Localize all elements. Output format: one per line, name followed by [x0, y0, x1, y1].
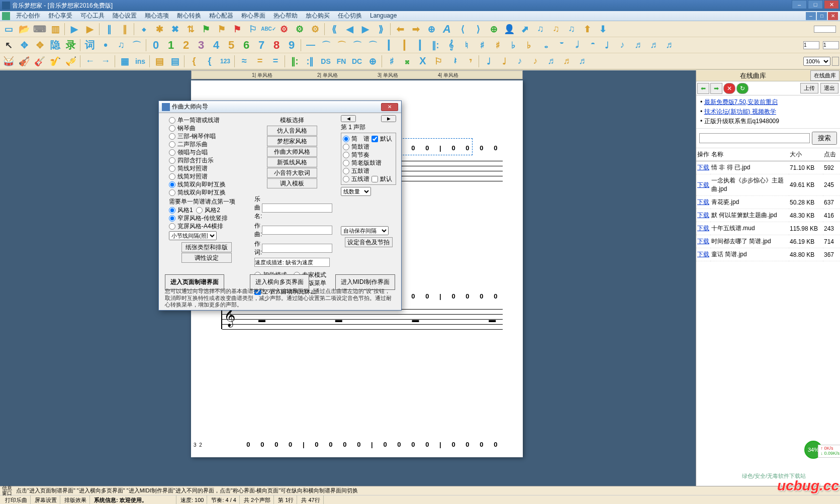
dash-icon[interactable]: —	[303, 38, 318, 52]
letter-a-icon[interactable]: A	[439, 22, 454, 36]
dc-icon[interactable]: DC	[349, 54, 364, 68]
wave-icon[interactable]: ≈	[237, 54, 252, 68]
timbre-button[interactable]: 设定音色及节拍	[345, 237, 393, 247]
voice-prev-button[interactable]: ◀	[341, 115, 356, 122]
wiz-icon[interactable]: ⚙	[276, 22, 292, 36]
menu-item[interactable]: Language	[366, 11, 401, 20]
64th-note-icon[interactable]: ♬	[662, 38, 677, 52]
repeat-l-icon[interactable]: ‖:	[287, 54, 302, 68]
whole-note-icon[interactable]: 𝅝	[537, 38, 552, 52]
open-icon[interactable]: 📂	[17, 22, 32, 36]
wiz3-icon[interactable]: ⚙	[308, 22, 323, 36]
menu-item[interactable]: 顺心选项	[141, 11, 173, 20]
template-button[interactable]: 梦想家风格	[267, 136, 317, 146]
bar-interval-select[interactable]: 小节线间隔(照旧)	[169, 231, 217, 240]
menu-item[interactable]: 精心配器	[205, 11, 237, 20]
tempo-input[interactable]	[254, 258, 330, 267]
stem1-icon[interactable]: ♩	[481, 54, 496, 68]
note2-icon[interactable]: ♫	[548, 22, 564, 36]
menu-item[interactable]: 任心切换	[334, 11, 366, 20]
lyric-icon[interactable]: 词	[82, 38, 98, 52]
repeat-start-icon[interactable]: ‖:	[428, 38, 443, 52]
tool3-icon[interactable]: ⇅	[183, 22, 198, 36]
fwd2-icon[interactable]: ➡	[408, 22, 423, 36]
stem4-icon[interactable]: ♪	[528, 54, 543, 68]
notation-type-radio[interactable]	[343, 144, 349, 150]
nav-stop-icon[interactable]: ✕	[723, 83, 735, 94]
score-type-radio[interactable]	[169, 149, 175, 156]
num-6-button[interactable]: 6	[239, 38, 254, 52]
tool2-icon[interactable]: ✖	[167, 22, 182, 36]
download-link[interactable]: 下载	[697, 212, 709, 219]
rp-link-2[interactable]: 技术论坛(新功能) 视频教学	[704, 108, 776, 115]
fwd-icon[interactable]: ▶	[358, 22, 373, 36]
tool5-icon[interactable]: ⬈	[517, 22, 532, 36]
back3-icon[interactable]: ←	[82, 54, 98, 68]
close-button[interactable]: ✕	[824, 0, 839, 9]
download-link[interactable]: 下载	[697, 251, 709, 258]
x-icon[interactable]: X	[415, 54, 430, 68]
clef-icon[interactable]: 𝄞	[443, 38, 458, 52]
num123-icon[interactable]: 123	[218, 54, 233, 68]
menu-item[interactable]: 热心帮助	[269, 11, 302, 20]
minimize-button[interactable]: –	[792, 0, 807, 9]
ins-icon[interactable]: ins	[133, 54, 148, 68]
cursor-play-icon[interactable]: ▶	[82, 22, 98, 36]
upload-icon[interactable]: ⬆	[580, 22, 595, 36]
nav-reload-icon[interactable]: ↻	[736, 83, 749, 94]
notation-type-radio[interactable]	[343, 168, 349, 174]
num-3-button[interactable]: 3	[194, 38, 209, 52]
menu-item[interactable]: 舒心享受	[44, 11, 76, 20]
trumpet-icon[interactable]: 🎺	[63, 54, 78, 68]
template-button[interactable]: 新弧线风格	[267, 157, 317, 167]
marker-icon[interactable]: ⬥	[136, 22, 151, 36]
play-icon[interactable]: ▶	[67, 22, 82, 36]
brace-icon[interactable]: {	[186, 54, 202, 68]
default-checkbox[interactable]	[371, 136, 378, 142]
notation-type-radio[interactable]	[343, 176, 349, 182]
ds-icon[interactable]: DS	[318, 54, 333, 68]
violin-icon[interactable]: 🎻	[17, 54, 32, 68]
line-count-select[interactable]: 线数量	[341, 187, 371, 196]
next-icon[interactable]: ⟫	[374, 22, 389, 36]
rest-icon[interactable]: 𝄽	[446, 54, 461, 68]
rest2-icon[interactable]: 𝄾	[462, 54, 477, 68]
sharp-icon[interactable]: ♯	[475, 38, 490, 52]
bar3-icon[interactable]: ┃	[412, 38, 427, 52]
rp-link-1[interactable]: 最新免费版7.50,安装前重启	[704, 98, 778, 106]
note1-icon[interactable]: ♫	[533, 22, 548, 36]
search-button[interactable]: 搜索	[812, 132, 837, 145]
menu-close-button[interactable]: ✕	[828, 12, 838, 20]
wide-radio[interactable]	[169, 223, 175, 230]
tool4-icon[interactable]: ⚐	[245, 22, 260, 36]
fn-icon[interactable]: FN	[334, 54, 349, 68]
flag-yellow-icon[interactable]: ⚑	[214, 22, 229, 36]
keyboard-icon[interactable]: ⌨	[32, 22, 47, 36]
zoom-select[interactable]: 100%	[803, 57, 830, 66]
lyricist-input[interactable]	[262, 244, 332, 253]
num-2-button[interactable]: 2	[178, 38, 194, 52]
menu-restore-button[interactable]: □	[817, 12, 827, 20]
stem6-icon[interactable]: ♬	[559, 54, 574, 68]
flat2-icon[interactable]: ♭	[521, 38, 536, 52]
flag-red-icon[interactable]: ⚑	[230, 22, 245, 36]
bar1-icon[interactable]: ┃	[381, 38, 396, 52]
nav-back-icon[interactable]: ⬅	[697, 83, 709, 94]
autosave-select[interactable]: 自动保存间隔	[341, 226, 389, 235]
piano-icon[interactable]: ▥	[48, 22, 63, 36]
dot-icon[interactable]: •	[98, 38, 113, 52]
num-1-button[interactable]: 1	[163, 38, 178, 52]
score-type-radio[interactable]	[169, 181, 175, 188]
stem7-icon[interactable]: ♬	[575, 54, 590, 68]
menu-min-button[interactable]: –	[806, 12, 816, 20]
tool1-icon[interactable]: ✱	[152, 22, 167, 36]
right-seek-icon[interactable]: ⟩	[471, 22, 486, 36]
slur-icon[interactable]: ⌒	[334, 38, 349, 52]
eq2-icon[interactable]: =	[268, 54, 283, 68]
download-link[interactable]: 下载	[697, 238, 709, 245]
new-doc-icon[interactable]: ▭	[1, 22, 16, 36]
prev-icon[interactable]: ⟪	[327, 22, 342, 36]
menu-item[interactable]: 耐心转换	[173, 11, 205, 20]
sax-icon[interactable]: 🎷	[48, 54, 63, 68]
tab-print[interactable]: 打印乐曲	[2, 495, 31, 504]
